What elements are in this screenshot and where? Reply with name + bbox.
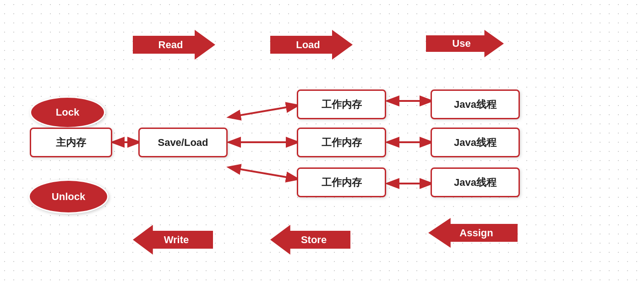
diagram-canvas: Read Load Use Lock 主内存 Unlock Save/Load … [0, 0, 644, 284]
oval-unlock: Unlock [28, 179, 109, 214]
box-work-mem-3-label: 工作内存 [322, 176, 362, 189]
oval-unlock-label: Unlock [52, 191, 85, 203]
oval-lock-label: Lock [56, 106, 79, 118]
arrow-load: Load [270, 30, 353, 60]
box-java-thread-1-label: Java线程 [454, 98, 497, 111]
oval-lock: Lock [30, 96, 105, 128]
box-java-thread-3-label: Java线程 [454, 176, 497, 189]
arrow-read: Read [133, 30, 215, 60]
box-java-thread-2: Java线程 [431, 128, 520, 157]
box-save-load-label: Save/Load [158, 137, 208, 149]
box-work-mem-2: 工作内存 [297, 128, 386, 157]
box-save-load: Save/Load [138, 128, 228, 157]
arrow-read-label: Read [158, 39, 183, 51]
svg-line-1 [230, 106, 297, 117]
box-work-mem-1: 工作内存 [297, 89, 386, 119]
arrow-store: Store [270, 225, 350, 255]
box-main-memory-label: 主内存 [56, 136, 86, 150]
box-java-thread-1: Java线程 [431, 89, 520, 119]
arrow-assign: Assign [428, 218, 518, 248]
arrow-write: Write [133, 225, 213, 255]
box-work-mem-2-label: 工作内存 [322, 136, 362, 150]
box-work-mem-1-label: 工作内存 [322, 98, 362, 111]
arrow-assign-label: Assign [459, 227, 493, 239]
arrow-use-label: Use [452, 38, 470, 50]
arrow-write-label: Write [164, 234, 189, 246]
box-java-thread-2-label: Java线程 [454, 136, 497, 150]
box-work-mem-3: 工作内存 [297, 167, 386, 197]
arrow-load-label: Load [296, 39, 320, 51]
box-java-thread-3: Java线程 [431, 167, 520, 197]
svg-line-3 [230, 167, 297, 179]
arrow-use: Use [426, 30, 504, 57]
arrow-store-label: Store [301, 234, 327, 246]
box-main-memory: 主内存 [30, 128, 112, 157]
